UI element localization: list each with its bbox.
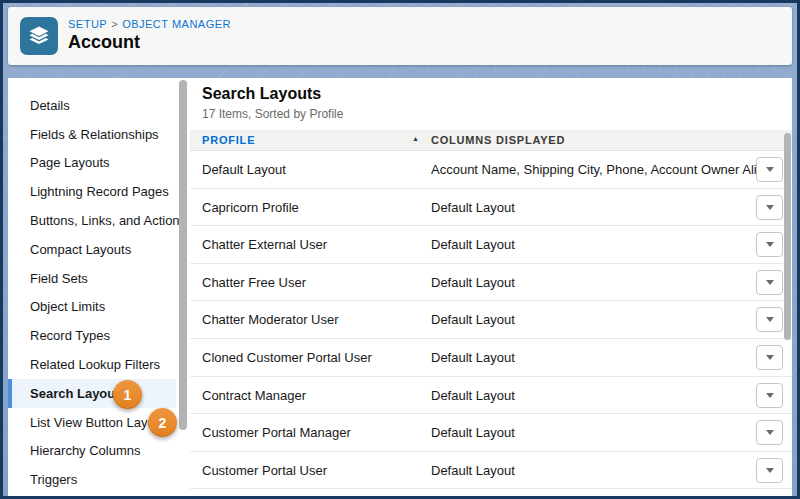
sidebar-item[interactable]: Buttons, Links, and Actions xyxy=(8,206,176,235)
chevron-down-icon xyxy=(766,242,774,247)
sidebar-item-label: Page Layouts xyxy=(30,155,110,170)
sidebar-item[interactable]: Page Layouts xyxy=(8,149,176,178)
content-area: Details Fields & Relationships Page Layo… xyxy=(8,78,792,496)
table-row: Contract Manager Default Layout xyxy=(190,377,792,415)
profile-cell[interactable]: Chatter External User xyxy=(202,237,327,252)
sidebar-item[interactable]: Field Sets xyxy=(8,264,176,293)
chevron-down-icon xyxy=(766,393,774,398)
columns-displayed-cell: Default Layout xyxy=(431,237,515,252)
sidebar-scrollbar-thumb[interactable] xyxy=(179,80,187,430)
columns-displayed-cell: Default Layout xyxy=(431,350,515,365)
chevron-down-icon xyxy=(766,355,774,360)
chevron-down-icon xyxy=(766,280,774,285)
breadcrumb: SETUP>OBJECT MANAGER xyxy=(68,18,231,30)
sidebar-item-label: Triggers xyxy=(30,472,77,487)
chevron-down-icon xyxy=(766,205,774,210)
chevron-down-icon xyxy=(766,468,774,473)
row-actions-dropdown-button[interactable] xyxy=(756,345,783,370)
sidebar-item-label: Lightning Record Pages xyxy=(30,184,169,199)
sidebar-item[interactable]: Record Types xyxy=(8,321,176,350)
breadcrumb-setup-link[interactable]: SETUP xyxy=(68,18,107,30)
profile-cell[interactable]: Contract Manager xyxy=(202,388,306,403)
sidebar-item-label: Buttons, Links, and Actions xyxy=(30,213,186,228)
table-row: Cloned Customer Portal User Default Layo… xyxy=(190,339,792,377)
search-layouts-panel: Search Layouts 17 Items, Sorted by Profi… xyxy=(190,78,792,496)
sidebar-item[interactable]: Object Limits xyxy=(8,293,176,322)
page-title: Account xyxy=(68,32,140,53)
step-badge-2: 2 xyxy=(148,408,177,437)
profile-cell[interactable]: Customer Portal Manager xyxy=(202,425,351,440)
columns-displayed-cell: Account Name, Shipping City, Phone, Acco… xyxy=(431,162,770,177)
sidebar-item[interactable]: Hierarchy Columns xyxy=(8,437,176,466)
row-actions-dropdown-button[interactable] xyxy=(756,307,783,332)
table-row: Customer Portal Manager Default Layout xyxy=(190,414,792,452)
object-manager-icon xyxy=(20,17,58,55)
sidebar-item-label: Related Lookup Filters xyxy=(30,357,160,372)
row-actions-dropdown-button[interactable] xyxy=(756,420,783,445)
chevron-down-icon xyxy=(766,317,774,322)
columns-displayed-cell: Default Layout xyxy=(431,275,515,290)
sidebar-item[interactable]: Lightning Record Pages xyxy=(8,177,176,206)
table-body: Default Layout Account Name, Shipping Ci… xyxy=(190,151,792,496)
row-actions-dropdown-button[interactable] xyxy=(756,232,783,257)
profile-cell[interactable]: Chatter Free User xyxy=(202,275,306,290)
section-title: Search Layouts xyxy=(202,85,321,103)
row-actions-dropdown-button[interactable] xyxy=(756,270,783,295)
column-header-columns-displayed[interactable]: COLUMNS DISPLAYED xyxy=(431,134,565,146)
sidebar-item-label: Object Limits xyxy=(30,299,105,314)
sidebar-item[interactable]: Triggers xyxy=(8,465,176,494)
sidebar-scrollbar[interactable] xyxy=(176,78,190,496)
breadcrumb-object-manager-link[interactable]: OBJECT MANAGER xyxy=(122,18,231,30)
main-scrollbar-thumb[interactable] xyxy=(784,133,791,340)
profile-cell[interactable]: Default Layout xyxy=(202,162,286,177)
sidebar-item[interactable]: Compact Layouts xyxy=(8,235,176,264)
table-row: Default Layout Account Name, Shipping Ci… xyxy=(190,151,792,189)
sidebar-item-label: List View Button Layout xyxy=(30,415,166,430)
sidebar-item-label: Hierarchy Columns xyxy=(30,443,141,458)
chevron-down-icon xyxy=(766,430,774,435)
sidebar-item[interactable]: Fields & Relationships xyxy=(8,120,176,149)
sidebar-item-label: Details xyxy=(30,98,70,113)
page-header: SETUP>OBJECT MANAGER Account xyxy=(8,7,792,65)
object-settings-sidebar: Details Fields & Relationships Page Layo… xyxy=(8,78,176,496)
sidebar-item[interactable]: Details xyxy=(8,91,176,120)
sidebar-item-label: Field Sets xyxy=(30,271,88,286)
sidebar-item-label: Fields & Relationships xyxy=(30,127,159,142)
row-actions-dropdown-button[interactable] xyxy=(756,458,783,483)
row-actions-dropdown-button[interactable] xyxy=(756,195,783,220)
row-actions-dropdown-button[interactable] xyxy=(756,157,783,182)
table-row: Chatter External User Default Layout xyxy=(190,226,792,264)
columns-displayed-cell: Default Layout xyxy=(431,425,515,440)
table-row: Customer Portal User Default Layout xyxy=(190,452,792,490)
columns-displayed-cell: Default Layout xyxy=(431,388,515,403)
columns-displayed-cell: Default Layout xyxy=(431,312,515,327)
chevron-down-icon xyxy=(766,167,774,172)
table-row: Chatter Moderator User Default Layout xyxy=(190,301,792,339)
sidebar-item[interactable]: Related Lookup Filters xyxy=(8,350,176,379)
table-row: Capricorn Profile Default Layout xyxy=(190,189,792,227)
section-subtitle: 17 Items, Sorted by Profile xyxy=(202,107,343,121)
table-row: Chatter Free User Default Layout xyxy=(190,264,792,302)
column-header-profile[interactable]: PROFILE xyxy=(202,134,255,146)
sidebar-item[interactable]: Search Layouts xyxy=(8,379,176,408)
profile-cell[interactable]: Cloned Customer Portal User xyxy=(202,350,372,365)
step-badge-1: 1 xyxy=(113,380,142,409)
profile-cell[interactable]: Chatter Moderator User xyxy=(202,312,339,327)
columns-displayed-cell: Default Layout xyxy=(431,200,515,215)
columns-displayed-cell: Default Layout xyxy=(431,463,515,478)
profile-cell[interactable]: Capricorn Profile xyxy=(202,200,299,215)
table-header: PROFILE ▲ COLUMNS DISPLAYED xyxy=(190,130,792,151)
row-actions-dropdown-button[interactable] xyxy=(756,383,783,408)
breadcrumb-separator: > xyxy=(111,18,118,30)
layers-icon-glyph xyxy=(27,24,51,48)
sidebar-item-label: Record Types xyxy=(30,328,110,343)
sidebar-item-label: Compact Layouts xyxy=(30,242,131,257)
sort-ascending-icon[interactable]: ▲ xyxy=(412,135,419,142)
profile-cell[interactable]: Customer Portal User xyxy=(202,463,327,478)
